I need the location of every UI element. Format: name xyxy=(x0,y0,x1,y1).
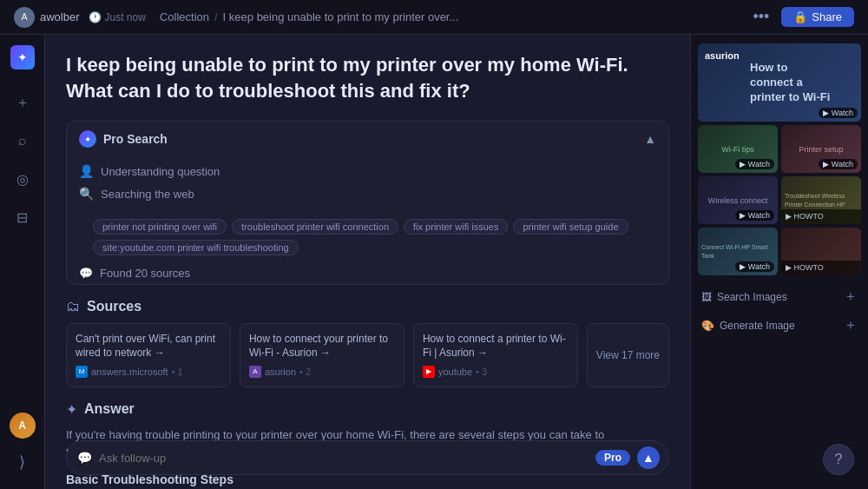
lock-icon: 🔒 xyxy=(793,10,807,23)
search-images-label: 🖼 Search Images xyxy=(701,291,787,303)
help-icon: ? xyxy=(835,452,843,467)
follow-up-input[interactable] xyxy=(99,452,589,465)
source-meta-3: ▶ youtube • 3 xyxy=(423,366,569,378)
sidebar-library-button[interactable]: ⊟ xyxy=(10,205,35,229)
tag-2: troubleshoot printer wifi connection xyxy=(232,219,398,235)
generate-image-row[interactable]: 🎨 Generate Image ＋ xyxy=(698,311,861,340)
answer-icon: ✦ xyxy=(66,401,77,418)
view-more-button[interactable]: View 17 more xyxy=(587,323,669,387)
image-5[interactable]: Connect Wi-Fi HP Smart Tank ▶ Watch xyxy=(698,228,778,275)
youtube-favicon: ▶ xyxy=(423,366,435,378)
image-4[interactable]: Troubleshoot Wireless Printer Connection… xyxy=(781,176,861,224)
logo: ✦ xyxy=(10,45,35,69)
search-step-icon: 🔍 xyxy=(79,187,94,201)
content-area: I keep being unable to print to my print… xyxy=(45,35,868,489)
pro-search-box: ✦ Pro Search ▲ 👤 Understanding question … xyxy=(66,121,669,285)
send-button[interactable]: ▲ xyxy=(637,446,660,469)
sources-header: 🗂 Sources xyxy=(66,299,669,314)
img5-text: Connect Wi-Fi HP Smart Tank xyxy=(698,240,778,262)
tag-4: printer wifi setup guide xyxy=(513,219,628,235)
avatar: A xyxy=(14,7,35,28)
image-1[interactable]: Wi-Fi tips ▶ Watch xyxy=(698,125,778,173)
sidebar-add-button[interactable]: ＋ xyxy=(10,90,35,115)
sources-grid: Can't print over WiFi, can print wired t… xyxy=(66,323,669,387)
step-understanding: 👤 Understanding question xyxy=(79,160,656,182)
answer-label: Answer xyxy=(84,401,135,417)
pro-toggle[interactable]: Pro xyxy=(595,450,630,466)
pro-search-title-row: ✦ Pro Search xyxy=(79,130,168,148)
sidebar-explore-button[interactable]: ◎ xyxy=(10,167,35,191)
img5-watch: ▶ Watch xyxy=(735,261,774,272)
source-card-1[interactable]: Can't print over WiFi, can print wired t… xyxy=(66,323,231,387)
source-meta-1: M answers.microsoft • 1 xyxy=(76,366,221,378)
timestamp: 🕐 Just now xyxy=(89,11,146,23)
img2-watch: ▶ Watch xyxy=(819,159,858,169)
search-images-plus-icon: ＋ xyxy=(844,287,858,306)
left-sidebar: ✦ ＋ ⌕ ◎ ⊟ A ⟩ xyxy=(0,35,45,489)
generate-image-icon: 🎨 xyxy=(701,320,714,332)
breadcrumb-current: I keep being unable to print to my print… xyxy=(223,10,459,23)
source-title-2: How to connect your printer to Wi-Fi - A… xyxy=(249,333,395,360)
pro-badge-icon: ✦ xyxy=(79,130,96,148)
pro-search-header[interactable]: ✦ Pro Search ▲ xyxy=(67,122,668,156)
img1-watch: ▶ Watch xyxy=(735,159,774,169)
found-row: 💬 Found 20 sources xyxy=(67,262,668,284)
help-button[interactable]: ? xyxy=(823,444,854,475)
logo-symbol: ✦ xyxy=(17,50,28,64)
question-title: I keep being unable to print to my print… xyxy=(66,52,669,103)
img6-badge: ▶ HOWTO xyxy=(781,261,861,275)
img3-text: Wireless connect xyxy=(705,193,772,208)
main-layout: ✦ ＋ ⌕ ◎ ⊟ A ⟩ I keep being unable to pri… xyxy=(0,35,868,489)
img1-text: Wi-Fi tips xyxy=(718,142,758,157)
tag-3: fix printer wifi issues xyxy=(404,219,508,235)
generate-image-plus-icon: ＋ xyxy=(844,316,858,334)
right-panel: asurion How toconnect aprinter to Wi-Fi … xyxy=(690,35,868,489)
topbar: A awolber 🕐 Just now Collection / I keep… xyxy=(0,0,868,35)
input-bubble-icon: 💬 xyxy=(77,451,92,465)
collapse-icon: ▲ xyxy=(644,132,656,146)
featured-image-text: How toconnect aprinter to Wi-Fi xyxy=(750,61,852,105)
img3-watch: ▶ Watch xyxy=(735,210,774,221)
sidebar-search-button[interactable]: ⌕ xyxy=(10,129,35,153)
understanding-icon: 👤 xyxy=(79,164,94,178)
image-6[interactable]: ▶ HOWTO xyxy=(781,228,861,275)
collection-link[interactable]: Collection xyxy=(160,10,209,23)
breadcrumb-sep: / xyxy=(214,10,218,23)
main-panel: I keep being unable to print to my print… xyxy=(45,35,690,489)
sources-icon: 🗂 xyxy=(66,299,80,314)
source-meta-2: A asurion • 2 xyxy=(249,366,395,378)
step-searching: 🔍 Searching the web xyxy=(79,182,656,205)
img2-text: Printer setup xyxy=(795,142,846,157)
source-title-1: Can't print over WiFi, can print wired t… xyxy=(76,333,221,360)
search-images-row[interactable]: 🖼 Search Images ＋ xyxy=(698,282,861,311)
more-options-button[interactable]: ••• xyxy=(747,8,774,26)
user-avatar-bottom[interactable]: A xyxy=(10,413,36,439)
search-tags: printer not printing over wifi troublesh… xyxy=(67,215,668,262)
answer-header: ✦ Answer xyxy=(66,401,669,418)
sources-label: Sources xyxy=(87,299,141,314)
follow-up-input-bar: 💬 Pro ▲ xyxy=(66,440,669,475)
img4-text: Troubleshoot Wireless Printer Connection… xyxy=(781,188,861,211)
search-images-icon: 🖼 xyxy=(701,291,712,303)
img4-badge: ▶ HOWTO xyxy=(781,209,861,224)
source-card-2[interactable]: How to connect your printer to Wi-Fi - A… xyxy=(240,323,404,387)
pro-search-steps: 👤 Understanding question 🔍 Searching the… xyxy=(67,156,668,215)
image-2[interactable]: Printer setup ▶ Watch xyxy=(781,125,861,173)
found-icon: 💬 xyxy=(79,267,93,280)
source-title-3: How to connect a printer to Wi-Fi | Asur… xyxy=(423,333,569,360)
generate-image-label: 🎨 Generate Image xyxy=(701,320,795,332)
clock-icon: 🕐 xyxy=(89,11,102,23)
featured-watch-badge: ▶ Watch xyxy=(819,108,858,118)
avatar-initial: A xyxy=(22,12,28,22)
sidebar-expand-button[interactable]: ⟩ xyxy=(19,453,25,472)
username: awolber xyxy=(40,10,80,23)
source-card-3[interactable]: How to connect a printer to Wi-Fi | Asur… xyxy=(413,323,578,387)
pro-search-label: Pro Search xyxy=(103,132,168,146)
featured-image[interactable]: asurion How toconnect aprinter to Wi-Fi … xyxy=(698,43,861,122)
sources-section: 🗂 Sources Can't print over WiFi, can pri… xyxy=(66,299,669,387)
image-3[interactable]: Wireless connect ▶ Watch xyxy=(698,176,778,224)
topbar-actions: ••• 🔒 Share xyxy=(747,7,854,27)
microsoft-favicon: M xyxy=(76,366,88,378)
share-button[interactable]: 🔒 Share xyxy=(781,7,854,27)
tag-1: printer not printing over wifi xyxy=(93,219,227,235)
